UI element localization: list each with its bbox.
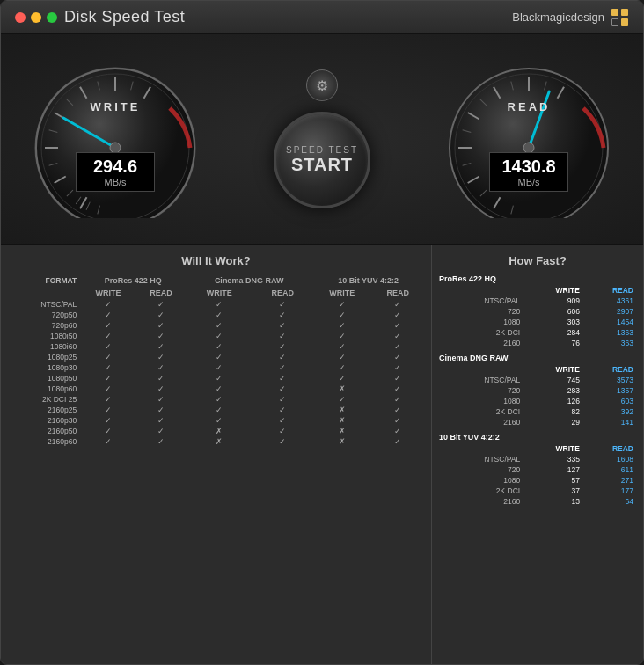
write-gauge: WRITE 294.6 MB/s bbox=[27, 60, 203, 218]
logo-dot-4 bbox=[621, 18, 628, 26]
hf-label-cell: 720 bbox=[439, 306, 523, 317]
hf-row: 10803031454 bbox=[439, 317, 636, 327]
hf-write-cell: 13 bbox=[523, 496, 582, 507]
check-cell: ✓ bbox=[80, 384, 136, 394]
will-it-work-title: Will It Work? bbox=[8, 254, 424, 267]
gauge-panel: WRITE 294.6 MB/s ⚙ SPEED TEST START bbox=[1, 34, 643, 245]
check-cell: ✓ bbox=[252, 426, 312, 436]
check-cell: ✓ bbox=[371, 341, 424, 352]
format-cell: 2160p60 bbox=[8, 436, 80, 447]
hf-write-cell: 37 bbox=[523, 486, 582, 496]
logo-dot-1 bbox=[611, 9, 618, 16]
close-button[interactable] bbox=[15, 12, 26, 23]
check-cell: ✓ bbox=[80, 362, 136, 373]
title-bar: Disk Speed Test Blackmagicdesign bbox=[1, 1, 643, 34]
hf-row: 108057271 bbox=[439, 475, 636, 486]
format-header: FORMAT bbox=[8, 274, 80, 287]
check-cell: ✗ bbox=[312, 415, 371, 426]
table-row: 2160p30✓✓✓✓✗✓ bbox=[8, 415, 424, 426]
check-cell: ✓ bbox=[136, 436, 186, 447]
start-button[interactable]: SPEED TEST START bbox=[274, 112, 370, 208]
check-cell: ✓ bbox=[186, 299, 252, 310]
hf-read-header: READ bbox=[582, 285, 636, 296]
codec2-header: Cinema DNG RAW bbox=[186, 274, 312, 287]
how-fast-section: How Fast? ProRes 422 HQWRITEREADNTSC/PAL… bbox=[432, 245, 643, 664]
check-cell: ✓ bbox=[312, 394, 371, 405]
check-cell: ✗ bbox=[186, 436, 252, 447]
hf-write-cell: 335 bbox=[523, 454, 582, 464]
logo-dot-2 bbox=[621, 9, 628, 16]
table-row: 2160p50✓✓✗✓✗✓ bbox=[8, 426, 424, 436]
brand-area: Blackmagicdesign bbox=[512, 9, 629, 26]
cdng-write-header: WRITE bbox=[186, 287, 252, 299]
write-unit: MB/s bbox=[87, 177, 143, 187]
maximize-button[interactable] bbox=[47, 12, 57, 23]
table-row: 1080p30✓✓✓✓✓✓ bbox=[8, 362, 424, 373]
check-cell: ✓ bbox=[186, 341, 252, 352]
codec1-header: ProRes 422 HQ bbox=[80, 274, 186, 287]
hf-read-cell: 1608 bbox=[582, 454, 636, 464]
check-cell: ✓ bbox=[136, 394, 186, 405]
hf-row: 21601364 bbox=[439, 496, 636, 507]
svg-text:WRITE: WRITE bbox=[91, 100, 141, 113]
hf-read-header: READ bbox=[582, 364, 636, 375]
check-cell: ✓ bbox=[136, 331, 186, 341]
format-cell: 1080p60 bbox=[8, 384, 80, 394]
format-cell: 1080p30 bbox=[8, 362, 80, 373]
hf-write-cell: 76 bbox=[523, 338, 582, 348]
brand-name: Blackmagicdesign bbox=[512, 11, 604, 24]
check-cell: ✓ bbox=[252, 352, 312, 362]
hf-label-cell: 2160 bbox=[439, 338, 523, 348]
read-value: 1430.8 bbox=[501, 157, 557, 177]
check-cell: ✓ bbox=[80, 331, 136, 341]
settings-button[interactable]: ⚙ bbox=[306, 69, 338, 101]
hf-read-cell: 1454 bbox=[582, 317, 636, 327]
check-cell: ✓ bbox=[186, 320, 252, 331]
minimize-button[interactable] bbox=[31, 12, 41, 23]
check-cell: ✓ bbox=[80, 415, 136, 426]
table-row: 720p50✓✓✓✓✓✓ bbox=[8, 310, 424, 320]
hf-empty-header bbox=[439, 285, 523, 296]
write-gauge-svg: WRITE bbox=[27, 60, 203, 218]
table-row: 720p60✓✓✓✓✓✓ bbox=[8, 320, 424, 331]
check-cell: ✗ bbox=[312, 426, 371, 436]
hf-label-cell: NTSC/PAL bbox=[439, 454, 523, 464]
check-cell: ✓ bbox=[186, 362, 252, 373]
check-cell: ✓ bbox=[136, 384, 186, 394]
format-cell: 720p50 bbox=[8, 310, 80, 320]
hf-write-cell: 57 bbox=[523, 475, 582, 486]
format-cell: NTSC/PAL bbox=[8, 299, 80, 310]
check-cell: ✓ bbox=[252, 405, 312, 415]
hf-read-cell: 392 bbox=[582, 406, 636, 417]
check-cell: ✓ bbox=[80, 341, 136, 352]
table-row: 1080i60✓✓✓✓✓✓ bbox=[8, 341, 424, 352]
hf-read-cell: 4361 bbox=[582, 296, 636, 306]
check-cell: ✓ bbox=[371, 331, 424, 341]
check-cell: ✓ bbox=[252, 394, 312, 405]
will-it-work-table: FORMAT ProRes 422 HQ Cinema DNG RAW 10 B… bbox=[8, 274, 424, 447]
hf-write-cell: 126 bbox=[523, 396, 582, 406]
table-row: NTSC/PAL✓✓✓✓✓✓ bbox=[8, 299, 424, 310]
yuv-read-header: READ bbox=[371, 287, 424, 299]
check-cell: ✓ bbox=[252, 320, 312, 331]
check-cell: ✗ bbox=[186, 426, 252, 436]
check-cell: ✓ bbox=[80, 299, 136, 310]
check-cell: ✓ bbox=[312, 362, 371, 373]
hf-read-cell: 1357 bbox=[582, 385, 636, 396]
check-cell: ✓ bbox=[80, 436, 136, 447]
start-small-text: SPEED TEST bbox=[286, 145, 358, 155]
hf-label-cell: 720 bbox=[439, 464, 523, 475]
table-row: 2K DCI 25✓✓✓✓✓✓ bbox=[8, 394, 424, 405]
check-cell: ✓ bbox=[252, 384, 312, 394]
hf-read-cell: 1363 bbox=[582, 327, 636, 338]
hf-label-cell: NTSC/PAL bbox=[439, 375, 523, 385]
check-cell: ✓ bbox=[312, 310, 371, 320]
check-cell: ✗ bbox=[312, 405, 371, 415]
check-cell: ✓ bbox=[312, 331, 371, 341]
check-cell: ✓ bbox=[371, 362, 424, 373]
hf-row: 2K DCI2841363 bbox=[439, 327, 636, 338]
hf-table: WRITEREADNTSC/PAL33516087201276111080572… bbox=[439, 443, 636, 507]
center-control: ⚙ SPEED TEST START bbox=[274, 69, 370, 208]
read-gauge: READ 1430.8 MB/s bbox=[441, 60, 617, 218]
read-gauge-svg: READ bbox=[441, 60, 617, 218]
